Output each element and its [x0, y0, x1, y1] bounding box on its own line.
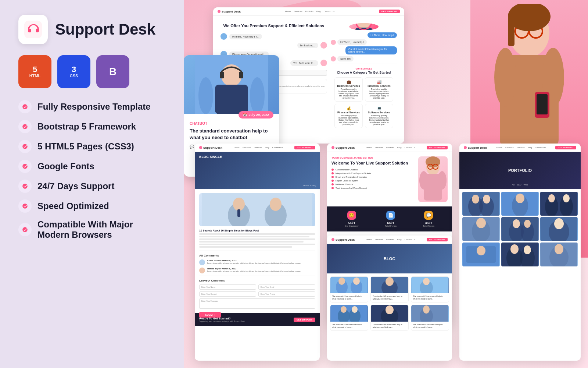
b2-img-svg-2 — [371, 277, 408, 293]
support-features-list: Customizable Chatbox Integration with Ch… — [331, 169, 415, 189]
blog2-text-1: The standard #1 recommend help to what y… — [330, 293, 368, 302]
blog2-card-4: The standard #4 recommend help to what y… — [330, 305, 368, 331]
blog2-nav-btn[interactable]: GET SUPPORT — [427, 238, 448, 241]
css-badge: 3 CSS — [57, 55, 90, 88]
html-badge: 5 HTML — [18, 55, 51, 88]
right-bubble-1-wrap: Hi There, How help I — [331, 32, 397, 38]
b2-img-svg-5 — [371, 305, 408, 322]
portfolio-item-1 — [462, 192, 500, 216]
support-nav-btn[interactable]: GET SUPPORT — [427, 146, 448, 149]
tab-web[interactable]: Web — [524, 184, 528, 186]
screenshot-portfolio: Support Desk Home Services Portfolio Blo… — [459, 144, 581, 361]
svg-point-62 — [513, 219, 520, 228]
portfolio-item-5 — [501, 217, 539, 241]
enter-subject-input[interactable]: Enter Your Subject — [199, 291, 256, 297]
agent-figure — [351, 23, 377, 30]
right-bubble-1: Hi There, How help I — [368, 32, 397, 38]
blog-logo-dot — [199, 146, 202, 149]
check-dot-6 — [331, 187, 334, 189]
blog2-grid: The standard #1 recommend help to what y… — [327, 273, 452, 334]
blog2-logo-dot — [331, 238, 334, 241]
tab-all[interactable]: All — [512, 184, 514, 186]
ready-title: Ready To Get Started? — [199, 317, 245, 320]
comment-name-1: Frank Henner March 5, 2022 — [207, 259, 315, 262]
blog2-nav-services: Services — [375, 238, 383, 241]
services-section: OUR SERVICES Choose A Category To Get St… — [331, 64, 397, 132]
service-desc-4: Providing quality business specialists. … — [368, 114, 391, 125]
svg-point-50 — [516, 194, 524, 203]
portfolio-hero-banner: PORTFOLIO All SEO Web — [459, 152, 581, 189]
service-name-2: Industrial Services — [368, 85, 391, 87]
port-img-1 — [462, 192, 500, 216]
message-textarea[interactable]: Enter Your Message — [199, 298, 315, 309]
comment-2: Harold Taylor March 8, 2022 Lorem ipsum … — [199, 268, 315, 273]
stats-bar: 😊 56k+ Our Customer 📄 66k+ Total Forms 💬… — [327, 206, 452, 231]
blog-nav-portfolio: Portfolio — [254, 146, 262, 149]
headset-icon — [24, 21, 42, 38]
blog-nav-logo: Support Desk — [199, 146, 222, 149]
text-line-2 — [199, 236, 309, 237]
svg-point-69 — [477, 246, 485, 255]
ready-btn[interactable]: GET SUPPORT — [294, 318, 315, 322]
support-feature-6: Text, Images And Video Support — [331, 187, 415, 189]
comment-content-1: Frank Henner March 5, 2022 Lorem ipsum d… — [207, 259, 315, 265]
portfolio-nav-contact: Contact Us — [535, 146, 546, 149]
comment-avatar-2 — [199, 268, 205, 273]
right-bubble-2: Hi There, How help I — [337, 39, 367, 45]
stat-topics: 💬 36k+ Total Topics — [423, 211, 434, 227]
service-name-4: Software Services — [368, 111, 391, 114]
portfolio-nav-port: Portfolio — [517, 146, 525, 149]
css-label: CSS — [70, 74, 78, 78]
feature-support: 24/7 Days Support — [18, 180, 165, 193]
portfolio-nav-btn[interactable]: GET SUPPORT — [555, 146, 576, 149]
hero-headline: We Offer You Premium Support & Efficient… — [220, 23, 327, 29]
feature-icon-7 — [18, 223, 32, 236]
blog-single-label: BLOG SINGLE — [199, 155, 222, 159]
tab-seo[interactable]: SEO — [517, 184, 521, 186]
service-industrial: 🏭 Industrial Services Providing quality … — [365, 77, 393, 102]
support-logo-dot — [331, 146, 334, 149]
service-business: 💼 Business Services Providing quality bu… — [334, 77, 363, 102]
portfolio-tabs: All SEO Web — [512, 184, 528, 186]
feature-text-5: 24/7 Days Support — [37, 181, 114, 191]
svg-rect-17 — [215, 85, 248, 114]
support-feature-2: Integration with ChatSupport Tickets — [331, 172, 415, 174]
msg-2: I'm Looking... — [297, 43, 318, 48]
support-hero: YOUR BUSINESS, MADE BETTER Welcome To Yo… — [327, 152, 452, 206]
service-icon-4: 💻 — [368, 106, 391, 110]
support-title: Welcome To Your Live Support Solution — [331, 160, 415, 166]
blog-breadcrumb: Home > Blog — [303, 184, 316, 187]
blog2-card-5: The standard #5 recommend help to what y… — [370, 305, 409, 331]
blog-title: The standard conversation help to what y… — [190, 128, 273, 141]
portfolio-nav-services: Services — [505, 146, 514, 149]
nav-link-blog: Blog — [316, 10, 321, 13]
right-bubble-2-wrap: Hi There, How help I — [331, 39, 397, 45]
feature-responsive: Fully Responsive Template — [18, 100, 165, 113]
enter-name-input[interactable]: Enter Your Name — [199, 284, 256, 290]
feature-text-1: Fully Responsive Template — [37, 102, 151, 112]
svg-rect-18 — [220, 72, 224, 78]
enter-email-input[interactable]: Enter Your Email — [258, 284, 315, 290]
stat-num-3: 36k+ — [423, 221, 434, 225]
support-feature-text-2: Integration with ChatSupport Tickets — [336, 172, 371, 174]
blog2-nav-links: Home Services Portfolio Blog Contact Us — [366, 238, 416, 241]
support-feature-text-6: Text, Images And Video Support — [336, 187, 367, 189]
b2-img-svg-1 — [330, 277, 368, 293]
bootstrap-badge: B — [96, 55, 129, 88]
hero-nav-btn[interactable]: GET SUPPORT — [379, 10, 400, 13]
feature-bootstrap: Bootstrap 5 Framework — [18, 120, 165, 133]
enter-phone-input[interactable]: Enter Your Phone — [258, 291, 315, 297]
service-icon-2: 🏭 — [368, 80, 391, 84]
services-grid: 💼 Business Services Providing quality bu… — [334, 77, 393, 128]
blog-nav-btn[interactable]: GET SUPPORT — [294, 146, 315, 149]
check-dot-3 — [331, 176, 334, 178]
service-icon-3: 💰 — [337, 106, 360, 110]
blog2-card-6: The standard #6 recommend help to what y… — [411, 305, 449, 331]
svg-rect-19 — [239, 72, 243, 78]
tech-badges: 5 HTML 3 CSS B — [18, 55, 165, 88]
portfolio-item-7 — [462, 243, 500, 266]
left-panel: Support Desk 5 HTML 3 CSS B Fully Respon… — [0, 0, 184, 368]
blog2-img-5 — [371, 305, 408, 322]
portfolio-nav: Support Desk Home Services Portfolio Blo… — [459, 144, 581, 152]
services-subtitle: OUR SERVICES — [334, 68, 393, 70]
